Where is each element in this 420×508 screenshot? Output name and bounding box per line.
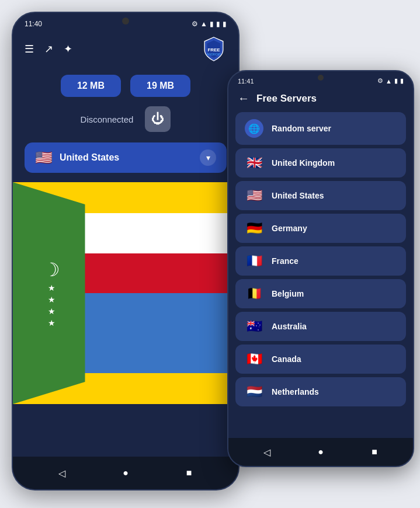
- star3: ★: [48, 307, 55, 316]
- phone1-bottom-nav: ◁ ● ■: [13, 457, 238, 489]
- data-stats-row: 12 MB 19 MB: [13, 69, 238, 103]
- recents-nav-button[interactable]: ■: [179, 462, 200, 483]
- phone1: 11:40 ⚙ ▲ ▮ ▮ ▮ ☰ ↗ ✦ FREE ANDROID 12 MB: [12, 12, 239, 490]
- server-name: Netherlands: [272, 387, 319, 396]
- server-flag: 🇩🇪: [245, 221, 263, 236]
- star2: ★: [48, 295, 55, 304]
- power-button[interactable]: ⏻: [145, 106, 171, 132]
- connection-status-text: Disconnected: [81, 114, 134, 124]
- server-name: France: [272, 256, 298, 266]
- star-icon[interactable]: ✦: [64, 43, 72, 55]
- server-name: Belgium: [272, 289, 304, 298]
- server-name: Germany: [272, 224, 307, 233]
- server-flag: 🇨🇦: [245, 352, 263, 367]
- server-flag: 🇦🇺: [245, 319, 263, 334]
- p2-home-nav-button[interactable]: ●: [310, 441, 331, 462]
- server-flag: 🇫🇷: [245, 253, 263, 269]
- server-item[interactable]: 🇦🇺 Australia: [235, 312, 406, 341]
- server-list: 🌐 Random server 🇬🇧 United Kingdom 🇺🇸 Uni…: [228, 112, 413, 406]
- shield-logo-icon: FREE ANDROID: [201, 36, 227, 62]
- server-item[interactable]: 🇳🇱 Netherlands: [235, 377, 406, 406]
- back-button[interactable]: ←: [238, 92, 249, 105]
- country-selector[interactable]: 🇺🇸 United States ▾: [25, 142, 227, 173]
- server-flag: 🇧🇪: [245, 286, 263, 301]
- phone2-time: 11:41: [238, 78, 254, 85]
- phone2-status-icons: ⚙ ▲ ▮ ▮: [377, 77, 404, 85]
- star1: ★: [48, 283, 55, 293]
- svg-text:ANDROID: ANDROID: [207, 53, 221, 56]
- country-left: 🇺🇸 United States: [35, 149, 119, 166]
- nav-left-icons: ☰ ↗ ✦: [25, 43, 72, 55]
- flag-crescent-area: ☽ ★ ★ ★ ★: [13, 182, 85, 404]
- p2-recents-nav-button[interactable]: ■: [364, 441, 385, 462]
- back-nav-button[interactable]: ◁: [51, 462, 72, 483]
- country-flag: 🇺🇸: [35, 149, 53, 166]
- signal-icon: ▮: [210, 20, 214, 28]
- share-icon[interactable]: ↗: [44, 43, 53, 55]
- p2-settings-icon: ⚙: [377, 77, 383, 85]
- settings-status-icon: ⚙: [192, 20, 198, 28]
- country-name: United States: [60, 152, 119, 163]
- battery-icon: ▮: [223, 20, 227, 28]
- phone2: 11:41 ⚙ ▲ ▮ ▮ ← Free Servers 🌐 Random se…: [227, 70, 414, 467]
- map-flag-area: ☽ ★ ★ ★ ★: [13, 182, 238, 404]
- svg-text:FREE: FREE: [207, 47, 220, 53]
- server-flag: 🇺🇸: [245, 188, 263, 203]
- crescent-moon: ☽: [43, 259, 60, 281]
- download-stat: 19 MB: [130, 75, 190, 97]
- phone1-status-icons: ⚙ ▲ ▮ ▮ ▮: [192, 20, 227, 28]
- upload-stat: 12 MB: [61, 75, 121, 97]
- server-flag: 🇳🇱: [245, 384, 263, 399]
- comoros-flag: ☽ ★ ★ ★ ★: [13, 182, 238, 404]
- wifi-icon: ▲: [200, 20, 207, 28]
- crescent-stars: ☽ ★ ★ ★ ★: [43, 259, 60, 328]
- server-name: United States: [272, 191, 324, 200]
- p2-wifi-icon: ▲: [386, 78, 392, 85]
- server-item[interactable]: 🇫🇷 France: [235, 246, 406, 276]
- server-item[interactable]: 🇺🇸 United States: [235, 181, 406, 210]
- globe-icon: 🌐: [245, 119, 263, 138]
- server-list-title: Free Servers: [256, 93, 317, 105]
- server-list-header: ← Free Servers: [228, 87, 413, 112]
- server-name: United Kingdom: [272, 158, 335, 168]
- menu-icon[interactable]: ☰: [25, 43, 34, 55]
- p2-battery-icon: ▮: [400, 77, 404, 85]
- signal-bars-icon: ▮: [216, 20, 220, 28]
- home-nav-button[interactable]: ●: [115, 462, 136, 483]
- server-item[interactable]: 🇧🇪 Belgium: [235, 279, 406, 308]
- server-name: Canada: [272, 354, 301, 364]
- server-item[interactable]: 🌐 Random server: [235, 112, 406, 145]
- connection-status-row: Disconnected ⏻: [13, 103, 238, 140]
- app-logo: FREE ANDROID: [201, 36, 227, 62]
- p2-back-nav-button[interactable]: ◁: [256, 441, 277, 462]
- chevron-down-icon[interactable]: ▾: [200, 149, 216, 166]
- server-name: Australia: [272, 322, 307, 331]
- phone1-time: 11:40: [25, 20, 42, 28]
- server-name: Random server: [272, 124, 331, 133]
- server-item[interactable]: 🇬🇧 United Kingdom: [235, 148, 406, 178]
- phone2-bottom-nav: ◁ ● ■: [228, 438, 413, 466]
- phone1-camera: [122, 18, 129, 25]
- star4: ★: [48, 318, 55, 328]
- server-flag: 🇬🇧: [245, 155, 263, 171]
- phone2-camera: [318, 75, 324, 81]
- phone1-top-nav: ☰ ↗ ✦ FREE ANDROID: [13, 32, 238, 69]
- server-item[interactable]: 🇨🇦 Canada: [235, 345, 406, 374]
- p2-signal-icon: ▮: [394, 77, 398, 85]
- server-item[interactable]: 🇩🇪 Germany: [235, 214, 406, 243]
